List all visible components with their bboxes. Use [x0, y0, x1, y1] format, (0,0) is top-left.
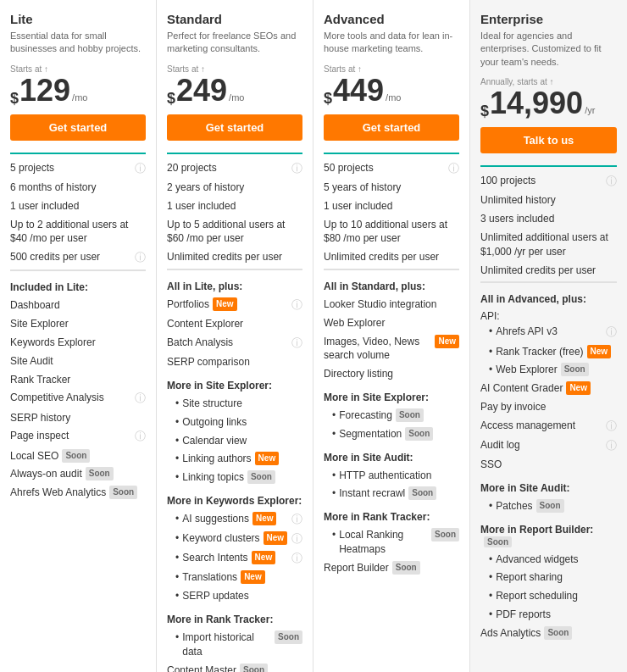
- included-header: All in Advanced, plus:: [480, 293, 617, 305]
- bullet: •: [489, 553, 492, 567]
- feature-item: • Forecasting Soon: [332, 408, 459, 423]
- bullet: •: [175, 470, 179, 485]
- price-period: /mo: [229, 92, 244, 103]
- feature-item: Content MasterSoon: [167, 664, 302, 672]
- feature-text: Local Ranking Heatmaps: [339, 528, 428, 557]
- bullet: •: [175, 630, 179, 645]
- feature-text: 1 user included: [167, 199, 236, 214]
- feature-item: • Outgoing links: [175, 415, 302, 430]
- bullet: •: [175, 452, 179, 466]
- info-icon[interactable]: ⓘ: [288, 161, 302, 176]
- info-icon[interactable]: ⓘ: [131, 161, 146, 176]
- badge-soon: Soon: [275, 630, 302, 644]
- bullet: •: [489, 325, 492, 339]
- info-icon[interactable]: ⓘ: [131, 250, 146, 265]
- feature-item: Page inspectⓘ: [10, 429, 146, 444]
- feature-text: Content Master: [167, 664, 236, 672]
- feature-text: Segmentation: [339, 427, 402, 442]
- section-header: More in Rank Tracker:: [167, 614, 302, 625]
- badge-soon: Soon: [86, 467, 114, 480]
- feature-item: 1 user included: [167, 199, 302, 214]
- info-icon[interactable]: ⓘ: [602, 438, 617, 453]
- feature-text: Ads Analytics: [480, 626, 541, 641]
- bullet: •: [332, 469, 336, 483]
- cta-button[interactable]: Get started: [167, 114, 302, 141]
- feature-item: Unlimited history: [480, 193, 617, 208]
- cta-button[interactable]: Talk to us: [480, 127, 617, 153]
- feature-item: • Site structure: [175, 397, 302, 411]
- bullet: •: [175, 589, 179, 603]
- feature-text: 1 user included: [324, 199, 392, 214]
- bullet: •: [489, 499, 492, 514]
- feature-text: Unlimited additional users at $1,000 /yr…: [480, 230, 617, 259]
- feature-text: Report Builder: [324, 561, 389, 575]
- price-amount: 449: [333, 75, 384, 106]
- info-icon[interactable]: ⓘ: [288, 531, 302, 547]
- feature-text: AI suggestions: [182, 512, 249, 526]
- feature-text: Ahrefs Web Analytics: [10, 486, 106, 500]
- feature-item: Unlimited credits per user: [480, 264, 617, 278]
- feature-item: Up to 2 additional users at $40 /mo per …: [10, 218, 146, 247]
- feature-item: • SERP updates: [175, 589, 302, 603]
- bullet: •: [332, 408, 336, 423]
- plan-col-enterprise: EnterpriseIdeal for agencies and enterpr…: [470, 0, 627, 672]
- feature-item: Site Audit: [10, 354, 146, 369]
- feature-item: Looker Studio integration: [324, 297, 459, 312]
- badge-new: New: [435, 335, 459, 348]
- info-icon[interactable]: ⓘ: [131, 391, 146, 406]
- info-icon[interactable]: ⓘ: [288, 336, 302, 351]
- feature-text: Portfolios: [167, 297, 209, 312]
- badge-soon: Soon: [396, 408, 424, 422]
- divider: [480, 165, 617, 167]
- info-icon[interactable]: ⓘ: [602, 325, 617, 340]
- feature-text: Unlimited credits per user: [324, 250, 439, 264]
- feature-text: Web Explorer: [496, 363, 557, 377]
- section-header: More in Keywords Explorer:: [167, 495, 302, 507]
- bullet: •: [489, 589, 492, 603]
- info-icon[interactable]: ⓘ: [288, 297, 302, 313]
- plan-desc: Essential data for small businesses and …: [10, 30, 146, 56]
- plan-col-standard: StandardPerfect for freelance SEOs and m…: [157, 0, 314, 672]
- feature-item: • HTTP authentication: [332, 469, 459, 483]
- feature-text: Rank Tracker: [10, 373, 70, 387]
- feature-item: Content Explorer: [167, 317, 302, 331]
- feature-text: 2 years of history: [167, 180, 244, 195]
- feature-text: Up to 5 additional users at $60 /mo per …: [167, 218, 302, 247]
- info-icon[interactable]: ⓘ: [288, 551, 302, 566]
- info-icon[interactable]: ⓘ: [288, 512, 302, 527]
- bullet: •: [489, 608, 492, 622]
- info-icon[interactable]: ⓘ: [602, 419, 617, 434]
- feature-text: 100 projects: [480, 174, 535, 188]
- info-icon[interactable]: ⓘ: [602, 174, 617, 189]
- feature-item: SERP comparison: [167, 355, 302, 369]
- feature-text: Ahrefs API v3: [496, 325, 558, 339]
- feature-item: Audit logⓘ: [480, 438, 617, 453]
- cta-button[interactable]: Get started: [10, 114, 146, 141]
- included-header: All in Standard, plus:: [324, 280, 459, 292]
- feature-text: 5 projects: [10, 161, 54, 175]
- cta-button[interactable]: Get started: [324, 114, 459, 141]
- feature-item: • Advanced widgets: [489, 553, 617, 567]
- feature-text: SERP comparison: [167, 355, 250, 369]
- feature-item: 3 users included: [480, 212, 617, 226]
- info-icon[interactable]: ⓘ: [445, 161, 459, 176]
- section-header: More in Site Explorer:: [167, 380, 302, 392]
- plan-name: Enterprise: [480, 12, 617, 26]
- section-header: More in Site Explorer:: [324, 392, 459, 403]
- bullet: •: [332, 427, 336, 442]
- feature-item: • Linking topics Soon: [175, 470, 302, 485]
- feature-item: Batch Analysisⓘ: [167, 336, 302, 351]
- feature-text: Keyword clusters: [182, 531, 259, 546]
- feature-item: • Calendar view: [175, 434, 302, 448]
- section-header: More in Site Audit:: [480, 482, 617, 494]
- feature-text: Translations: [182, 570, 237, 585]
- bullet: •: [332, 528, 336, 542]
- feature-item: • PDF reports: [489, 608, 617, 622]
- feature-text: Images, Video, News search volume: [324, 335, 431, 364]
- info-icon[interactable]: ⓘ: [131, 429, 146, 444]
- feature-item: • Segmentation Soon: [332, 427, 459, 442]
- bullet: •: [175, 551, 179, 565]
- feature-item: • Ahrefs API v3 ⓘ: [489, 325, 617, 340]
- badge-soon: Soon: [484, 536, 512, 547]
- price-row: $ 14,990 /yr: [480, 88, 617, 119]
